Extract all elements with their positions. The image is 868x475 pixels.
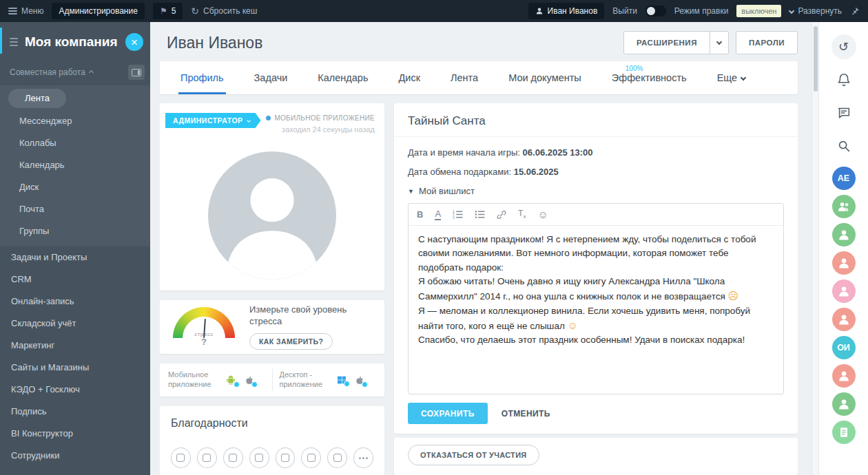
chevron-down-icon xyxy=(716,39,722,45)
apple-icon[interactable] xyxy=(354,374,365,386)
sidebar-item-collabs[interactable]: Коллабы xyxy=(0,132,150,154)
pin-icon[interactable] xyxy=(850,6,860,16)
gratitude-badge-icon[interactable] xyxy=(327,447,347,468)
emoji-sad-icon: ☹ xyxy=(727,290,738,302)
sidebar-item-marketing[interactable]: Маркетинг xyxy=(0,335,150,357)
edit-mode-toggle[interactable] xyxy=(645,6,666,17)
sidebar-item-online-booking[interactable]: Онлайн-запись xyxy=(0,291,150,313)
administration-button[interactable]: Администрирование xyxy=(52,3,144,19)
tab-more[interactable]: Еще xyxy=(717,61,746,94)
history-icon[interactable]: ↺ xyxy=(831,34,856,59)
decline-participation-button[interactable]: ОТКАЗАТЬСЯ ОТ УЧАСТИЯ xyxy=(408,445,539,465)
right-rail: ↺ AEОИ xyxy=(818,22,868,475)
clear-format-icon[interactable]: Tx xyxy=(518,209,526,220)
sidebar-item-messenger[interactable]: Мессенджер xyxy=(0,110,150,132)
numbered-list-icon[interactable]: 123 xyxy=(453,210,463,219)
close-menu-button[interactable]: × xyxy=(125,33,143,51)
menu-button[interactable]: Меню xyxy=(8,6,43,16)
chat-icon[interactable] xyxy=(831,101,856,125)
person-avatar[interactable] xyxy=(832,308,856,331)
sidebar-item-groups[interactable]: Группы xyxy=(0,220,150,242)
toggle-knob xyxy=(647,7,655,15)
bullet-list-icon[interactable] xyxy=(475,210,485,219)
sidebar-item-esign[interactable]: Подпись xyxy=(0,401,150,423)
how-to-measure-button[interactable]: КАК ЗАМЕРИТЬ? xyxy=(249,333,333,350)
editor-content[interactable]: С наступающим праздником! Я с нетерпение… xyxy=(409,226,783,394)
tab-tasks[interactable]: Задачи xyxy=(254,61,288,94)
tab-my-documents[interactable]: Мои документы xyxy=(508,61,581,94)
person-avatar[interactable] xyxy=(832,251,856,275)
gratitude-badge-icon[interactable] xyxy=(249,447,269,468)
search-icon[interactable] xyxy=(831,134,856,158)
tab-disk[interactable]: Диск xyxy=(398,61,420,94)
link-icon[interactable] xyxy=(497,210,506,220)
emoji-icon[interactable]: ☺ xyxy=(537,209,548,220)
counter-value: 5 xyxy=(172,6,176,16)
extensions-button[interactable]: РАСШИРЕНИЯ xyxy=(623,31,710,54)
gratitude-badge-icon[interactable] xyxy=(171,447,191,468)
tab-calendar[interactable]: Календарь xyxy=(318,61,368,94)
gratitude-badge-icon[interactable] xyxy=(223,447,243,468)
more-icon[interactable] xyxy=(353,447,373,468)
hamburger-icon xyxy=(8,8,17,14)
logout-button[interactable]: Выйти xyxy=(612,6,637,16)
person-avatar[interactable] xyxy=(832,279,856,303)
person-avatar[interactable] xyxy=(832,392,856,416)
sidebar-item-kedo[interactable]: КЭДО + Госключ xyxy=(0,379,150,401)
sidebar-menu-icon[interactable] xyxy=(10,38,18,46)
gratitude-badges-row xyxy=(171,447,373,468)
sidebar-item-tasks-projects[interactable]: Задачи и Проекты xyxy=(0,246,150,268)
text-color-icon[interactable]: A xyxy=(435,209,441,220)
reset-cache-button[interactable]: ↻ Сбросить кеш xyxy=(191,6,257,17)
wishlist-toggle[interactable]: ▼ Мой вишлист xyxy=(408,186,784,196)
expand-button[interactable]: Развернуть xyxy=(789,6,842,16)
sidebar-section-collaboration[interactable]: Совместная работа xyxy=(0,59,150,85)
gratitude-badge-icon[interactable] xyxy=(197,447,217,468)
extensions-dropdown-button[interactable] xyxy=(710,31,729,54)
chevron-down-icon xyxy=(789,8,794,14)
current-user-button[interactable]: Иван Иванов xyxy=(528,3,605,19)
tab-profile[interactable]: Профиль xyxy=(180,61,224,94)
sidebar-item-calendar[interactable]: Календарь xyxy=(0,154,150,176)
sidebar-item-sites-stores[interactable]: Сайты и Магазины xyxy=(0,357,150,379)
sidebar-item-bi-builder[interactable]: BI Конструктор xyxy=(0,423,150,445)
sidebar-item-disk[interactable]: Диск xyxy=(0,176,150,198)
passwords-button[interactable]: ПАРОЛИ xyxy=(736,31,798,54)
profile-card: АДМИНИСТРАТОР МОБИЛЬНОЕ ПРИЛОЖЕНИЕ заход… xyxy=(160,103,384,291)
gratitude-badge-icon[interactable] xyxy=(301,447,321,468)
android-icon[interactable] xyxy=(225,374,237,386)
save-button[interactable]: СОХРАНИТЬ xyxy=(408,403,488,424)
tab-efficiency[interactable]: 100% Эффективность xyxy=(612,61,687,94)
apple-icon[interactable] xyxy=(244,374,255,386)
collapse-panel-button[interactable] xyxy=(128,65,145,80)
tab-feed[interactable]: Лента xyxy=(451,61,478,94)
gratitude-badge-icon[interactable] xyxy=(276,447,296,468)
doc-avatar[interactable] xyxy=(832,421,856,444)
main-area: Иван Иванов РАСШИРЕНИЯ ПАРОЛИ Профиль За… xyxy=(150,22,812,475)
stress-gauge-icon[interactable]: стресс ? xyxy=(169,306,238,348)
avatar-AE[interactable]: AE xyxy=(832,167,856,190)
windows-icon[interactable] xyxy=(336,374,347,386)
avatar[interactable] xyxy=(208,151,336,279)
person-avatar[interactable] xyxy=(832,223,856,246)
scrollbar-thumb[interactable] xyxy=(814,26,818,92)
sidebar-item-crm[interactable]: CRM xyxy=(0,268,150,291)
triangle-down-icon: ▼ xyxy=(408,188,414,195)
avatar-ОИ[interactable]: ОИ xyxy=(832,336,856,359)
person-avatar[interactable] xyxy=(832,364,856,388)
bold-icon[interactable]: B xyxy=(417,210,423,219)
apps-card: Мобильное приложение xyxy=(160,363,384,397)
sidebar-item-feed[interactable]: Лента xyxy=(0,87,150,110)
refresh-icon: ↻ xyxy=(191,6,199,17)
mobile-app-label: Мобильное приложение xyxy=(168,370,218,390)
cancel-button[interactable]: ОТМЕНИТЬ xyxy=(502,409,550,419)
notifications-counter[interactable]: ⚑ 5 xyxy=(153,3,183,19)
sidebar-item-inventory[interactable]: Складской учёт xyxy=(0,313,150,335)
sidebar-item-employees[interactable]: Сотрудники xyxy=(0,445,150,467)
sidebar-item-mail[interactable]: Почта xyxy=(0,198,150,220)
page-header: Иван Иванов РАСШИРЕНИЯ ПАРОЛИ xyxy=(167,31,798,54)
bell-icon[interactable] xyxy=(831,67,856,92)
people-avatar[interactable] xyxy=(832,195,856,218)
editor-buttons-row: СОХРАНИТЬ ОТМЕНИТЬ xyxy=(408,403,784,424)
role-badge[interactable]: АДМИНИСТРАТОР xyxy=(165,113,261,128)
